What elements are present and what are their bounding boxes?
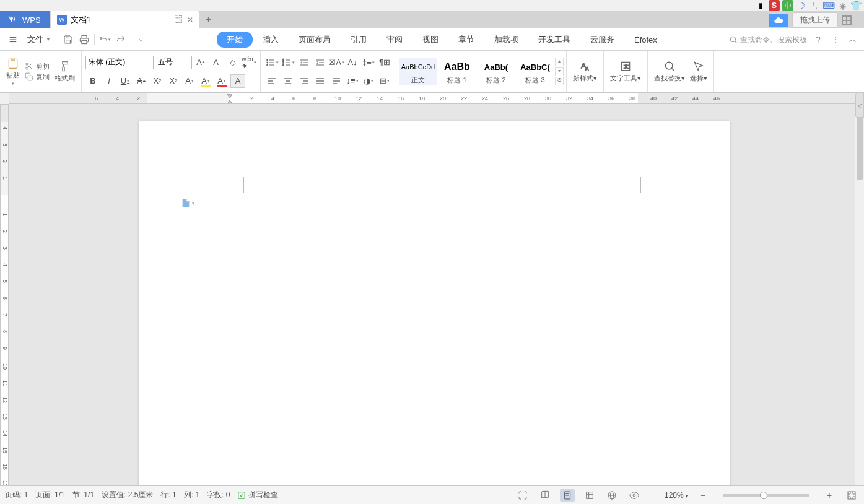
style-heading3[interactable]: AaBbC(标题 3 (516, 58, 554, 85)
print-button[interactable] (76, 32, 92, 48)
tab-addins[interactable]: 加载项 (484, 30, 528, 49)
increase-indent-button[interactable] (313, 56, 328, 69)
ribbon-options[interactable]: ⋮ (829, 33, 842, 46)
cloud-sync-button[interactable] (769, 14, 788, 27)
redo-button[interactable] (113, 32, 129, 48)
font-name-select[interactable] (85, 56, 154, 69)
vertical-scrollbar[interactable] (855, 104, 864, 485)
status-spellcheck[interactable]: 拼写检查 (237, 490, 278, 500)
status-section[interactable]: 节: 1/1 (72, 490, 94, 500)
find-replace-button[interactable]: 查找替换▾ (652, 59, 687, 84)
underline-button[interactable]: U▾ (118, 74, 133, 88)
fit-window-button[interactable] (844, 489, 859, 502)
fullscreen-button[interactable] (515, 489, 530, 502)
document-tab[interactable]: W 文档1 ⿹ ✕ (51, 11, 199, 28)
show-marks-button[interactable]: ¶⊞ (377, 56, 392, 69)
tray-icon-mic[interactable]: ◉ (837, 0, 848, 11)
view-page-button[interactable] (560, 489, 575, 502)
zoom-out-button[interactable]: − (696, 489, 710, 502)
paragraph-options-icon[interactable]: ▾ (181, 198, 194, 208)
tray-icon-sogou[interactable]: S (769, 0, 780, 11)
drag-upload-button[interactable]: 拖拽上传 (792, 12, 838, 28)
status-wordcount[interactable]: 字数: 0 (207, 490, 230, 500)
tray-icon-ime[interactable]: 中 (782, 0, 793, 11)
align-justify-button[interactable] (313, 74, 328, 88)
tab-cloud[interactable]: 云服务 (580, 30, 624, 49)
tab-home[interactable]: 开始 (217, 32, 253, 48)
shading-button[interactable]: ◑▾ (361, 74, 376, 88)
save-button[interactable] (60, 32, 76, 48)
vertical-ruler[interactable]: 4321123456789101112131415161718 (0, 104, 9, 485)
file-menu[interactable]: 文件 ▼ (22, 32, 56, 48)
decrease-font-button[interactable]: A- (209, 56, 224, 69)
style-normal[interactable]: AaBbCcDd正文 (399, 58, 437, 85)
tab-efofex[interactable]: Efofex (624, 32, 667, 48)
side-panel-toggle[interactable]: ◁ (855, 93, 864, 118)
copy-button[interactable]: 复制 (25, 72, 50, 82)
select-button[interactable]: 选择▾ (687, 59, 710, 84)
subscript-button[interactable]: X2 (166, 74, 181, 88)
char-shading-button[interactable]: A (230, 74, 245, 88)
highlight-button[interactable]: A▾ (198, 74, 213, 88)
status-page-no[interactable]: 页码: 1 (5, 490, 28, 500)
strikethrough-button[interactable]: A▾ (134, 74, 149, 88)
bold-button[interactable]: B (85, 74, 100, 88)
tray-icon-moon[interactable]: ☽ (796, 0, 807, 11)
tab-close-icon[interactable]: ✕ (187, 15, 193, 24)
help-button[interactable]: ? (812, 33, 824, 46)
text-tools-button[interactable]: 文文字工具▾ (608, 59, 644, 84)
paste-button[interactable]: 粘贴▾ (4, 56, 22, 87)
status-col[interactable]: 列: 1 (184, 490, 199, 500)
align-left-button[interactable] (264, 74, 279, 88)
tab-layout[interactable]: 页面布局 (289, 30, 341, 49)
view-web-button[interactable] (604, 489, 619, 502)
clear-format-button[interactable]: ◇ (225, 56, 240, 69)
font-size-select[interactable] (155, 56, 192, 69)
wps-home-tab[interactable]: WPS (0, 11, 50, 28)
format-painter-button[interactable]: 格式刷 (52, 59, 77, 84)
style-heading1[interactable]: AaBb标题 1 (438, 58, 476, 85)
status-row[interactable]: 行: 1 (160, 490, 176, 500)
workspace-icon[interactable] (842, 15, 852, 25)
tray-icon-keyboard[interactable]: ⌨ (823, 0, 834, 11)
tab-view[interactable]: 视图 (412, 30, 448, 49)
zoom-slider[interactable] (723, 494, 809, 497)
decrease-indent-button[interactable] (297, 56, 312, 69)
increase-font-button[interactable]: A+ (193, 56, 208, 69)
superscript-button[interactable]: X2 (150, 74, 165, 88)
tab-window-icon[interactable]: ⿹ (175, 15, 182, 24)
status-page[interactable]: 页面: 1/1 (35, 490, 64, 500)
align-right-button[interactable] (297, 74, 312, 88)
line-spacing-button[interactable]: ‡≡▾ (361, 56, 376, 69)
collapse-ribbon[interactable]: ︿ (847, 33, 859, 46)
style-scroll[interactable]: ▴▾⦿ (555, 58, 564, 85)
document-viewport[interactable]: ▾ (9, 104, 855, 485)
align-center-button[interactable] (281, 74, 295, 88)
distribute-button[interactable] (329, 74, 344, 88)
tab-review[interactable]: 审阅 (377, 30, 412, 49)
para-spacing-button[interactable]: ↕≡▾ (345, 74, 360, 88)
borders-button[interactable]: ⊞▾ (377, 74, 392, 88)
view-read-button[interactable] (538, 489, 552, 502)
indent-first-line-marker[interactable] (227, 94, 232, 99)
zoom-in-button[interactable]: + (822, 489, 837, 502)
bullets-button[interactable]: ▾ (264, 56, 279, 69)
numbering-button[interactable]: 123▾ (281, 56, 295, 69)
tab-references[interactable]: 引用 (341, 30, 377, 49)
sort-button[interactable]: A↓ (345, 56, 360, 69)
indent-hanging-marker[interactable] (227, 99, 232, 104)
font-color-button[interactable]: A▾ (214, 74, 229, 88)
horizontal-ruler[interactable]: 6422468101214161820222426283032343638404… (9, 93, 855, 104)
view-outline-button[interactable] (582, 489, 597, 502)
undo-button[interactable]: ▾ (97, 32, 113, 48)
tab-section[interactable]: 章节 (448, 30, 484, 49)
new-style-button[interactable]: AA新样式▾ (570, 59, 600, 84)
zoom-level[interactable]: 120% ▾ (665, 491, 688, 500)
tray-icon-comma[interactable]: ❜, (809, 0, 821, 11)
status-setvalue[interactable]: 设置值: 2.5厘米 (102, 490, 153, 500)
text-effects-button[interactable]: A▾ (182, 74, 197, 88)
zoom-slider-thumb[interactable] (760, 492, 767, 499)
tab-insert[interactable]: 插入 (253, 30, 289, 49)
char-scale-button[interactable]: ☒A▾ (329, 56, 344, 69)
eye-protection-button[interactable] (627, 489, 642, 502)
